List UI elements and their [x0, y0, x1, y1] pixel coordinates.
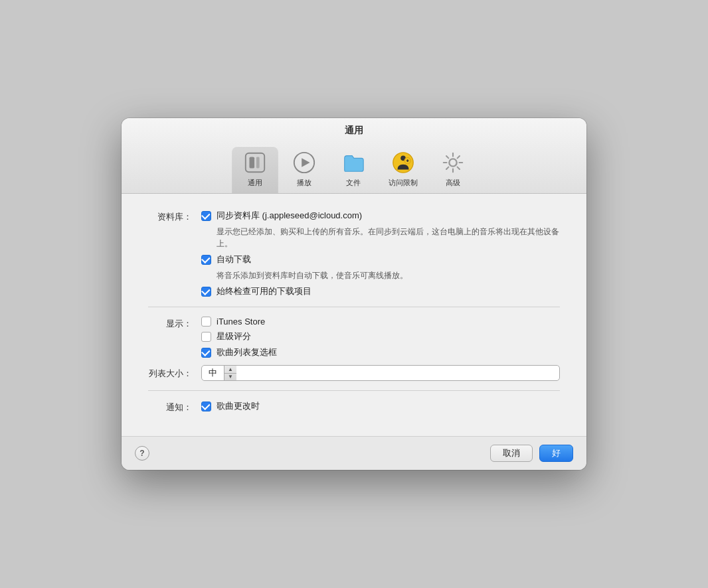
itunes-store-label: iTunes Store — [217, 317, 265, 327]
sync-library-row: 同步资料库 (j.appleseed@icloud.com) — [201, 210, 560, 222]
tab-advanced[interactable]: 高级 — [430, 146, 476, 193]
tab-advanced-label: 高级 — [446, 178, 460, 188]
auto-download-row: 自动下载 — [201, 254, 560, 265]
tab-general-label: 通用 — [248, 178, 262, 188]
footer-buttons: 取消 好 — [490, 445, 573, 462]
content-area: 资料库： 同步资料库 (j.appleseed@icloud.com) 显示您已… — [122, 194, 586, 436]
notifications-content: 歌曲更改时 — [201, 400, 560, 412]
svg-rect-2 — [256, 157, 260, 168]
song-change-label: 歌曲更改时 — [217, 400, 260, 412]
display-section: 显示： iTunes Store 星级评分 歌曲列表复选框 — [148, 317, 560, 358]
itunes-store-checkbox[interactable] — [201, 317, 211, 327]
check-downloads-checkbox[interactable] — [201, 287, 211, 297]
list-size-section: 列表大小： 中 ▲ ▼ — [148, 365, 560, 381]
stepper-up-button[interactable]: ▲ — [224, 366, 236, 374]
sync-library-checkbox[interactable] — [201, 211, 211, 221]
star-ratings-label: 星级评分 — [217, 331, 251, 342]
check-downloads-label: 始终检查可用的下载项目 — [217, 285, 311, 297]
svg-line-18 — [446, 167, 448, 169]
check-downloads-row: 始终检查可用的下载项目 — [201, 285, 560, 297]
library-label: 资料库： — [148, 210, 201, 223]
library-section: 资料库： 同步资料库 (j.appleseed@icloud.com) 显示您已… — [148, 210, 560, 297]
help-button[interactable]: ? — [135, 446, 149, 461]
star-ratings-checkbox[interactable] — [201, 332, 211, 342]
general-icon — [242, 150, 268, 175]
list-size-label: 列表大小： — [148, 366, 201, 380]
library-content: 同步资料库 (j.appleseed@icloud.com) 显示您已经添加、购… — [201, 210, 560, 297]
song-change-row: 歌曲更改时 — [201, 400, 560, 412]
sync-library-description: 显示您已经添加、购买和上传的所有音乐。在同步到云端后，这台电脑上的音乐将出现在其… — [217, 226, 560, 250]
song-checkboxes-label: 歌曲列表复选框 — [217, 346, 277, 358]
window-title: 通用 — [122, 125, 586, 137]
star-ratings-row: 星级评分 — [201, 331, 560, 342]
list-size-value: 中 — [202, 366, 224, 380]
auto-download-label: 自动下载 — [217, 254, 251, 265]
list-size-content: 中 ▲ ▼ — [201, 365, 560, 381]
tab-files-label: 文件 — [346, 178, 361, 188]
svg-line-15 — [446, 156, 448, 158]
sync-library-label: 同步资料库 (j.appleseed@icloud.com) — [217, 210, 362, 222]
tab-playback[interactable]: 播放 — [281, 146, 327, 193]
cancel-button[interactable]: 取消 — [490, 445, 533, 462]
preferences-window: 通用 通用 — [122, 118, 586, 470]
tab-restrictions-label: 访问限制 — [389, 178, 418, 188]
divider-2 — [148, 390, 560, 391]
advanced-icon — [440, 150, 466, 175]
svg-line-16 — [458, 167, 460, 169]
stepper-arrows: ▲ ▼ — [224, 366, 236, 380]
display-label: 显示： — [148, 317, 201, 330]
svg-rect-1 — [249, 157, 254, 168]
auto-download-checkbox[interactable] — [201, 255, 211, 265]
divider-1 — [148, 307, 560, 307]
toolbar: 通用 播放 文件 — [122, 143, 586, 193]
auto-download-description: 将音乐添加到资料库时自动下载，使音乐可离线播放。 — [217, 269, 560, 281]
tab-files[interactable]: 文件 — [330, 146, 377, 193]
files-icon — [341, 150, 366, 175]
tab-general[interactable]: 通用 — [232, 146, 278, 193]
tab-playback-label: 播放 — [297, 178, 311, 188]
svg-rect-0 — [246, 153, 264, 172]
playback-icon — [292, 150, 317, 175]
notifications-section: 通知： 歌曲更改时 — [148, 400, 560, 413]
svg-marker-4 — [302, 158, 310, 167]
ok-button[interactable]: 好 — [539, 445, 573, 462]
notifications-label: 通知： — [148, 400, 201, 413]
tab-restrictions[interactable]: 访问限制 — [379, 146, 427, 193]
song-change-checkbox[interactable] — [201, 402, 211, 411]
display-content: iTunes Store 星级评分 歌曲列表复选框 — [201, 317, 560, 358]
restrictions-icon — [391, 150, 416, 175]
song-checkboxes-row: 歌曲列表复选框 — [201, 346, 560, 358]
stepper-down-button[interactable]: ▼ — [224, 374, 236, 381]
svg-line-17 — [458, 156, 460, 158]
svg-point-10 — [449, 159, 456, 166]
footer: ? 取消 好 — [122, 436, 586, 470]
title-bar: 通用 通用 — [122, 118, 586, 194]
list-size-stepper[interactable]: 中 ▲ ▼ — [201, 365, 560, 381]
itunes-store-row: iTunes Store — [201, 317, 560, 327]
song-checkboxes-checkbox[interactable] — [201, 348, 211, 358]
